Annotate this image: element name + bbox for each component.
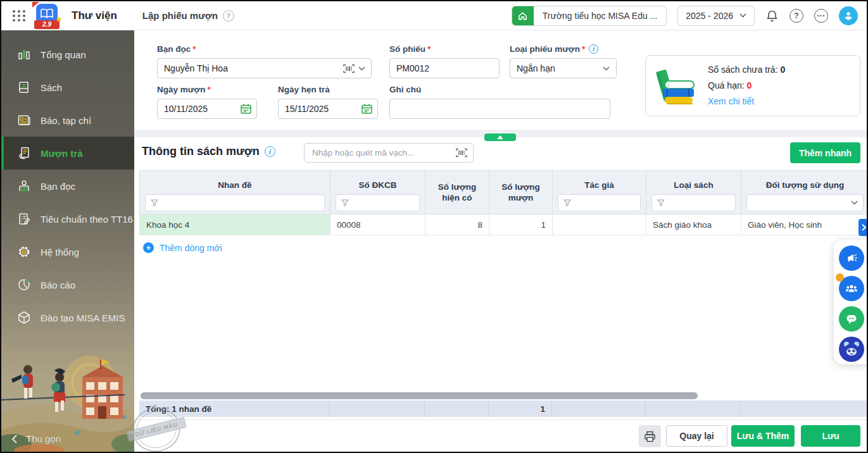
due-date-label: Ngày hẹn trả bbox=[278, 85, 330, 94]
slip-type-select[interactable]: Ngắn hạn bbox=[510, 58, 617, 78]
add-row-button[interactable]: + Thêm dòng mới bbox=[143, 242, 222, 253]
book-stack-icon bbox=[655, 64, 696, 108]
user-avatar[interactable] bbox=[839, 6, 858, 25]
borrow-slip-form: Bạn đọc* Số phiếu* Loại phiếu mượn*i Ngắ… bbox=[134, 30, 867, 130]
info-icon[interactable]: i bbox=[589, 44, 598, 54]
table-row[interactable]: Khoa học 4 00008 8 1 Sách giáo khoa Giáo… bbox=[139, 214, 868, 235]
chevron-down-icon[interactable] bbox=[358, 66, 365, 71]
sidebar-collapse-button[interactable]: Thu gọn bbox=[11, 433, 61, 444]
sidebar-item-label: Đào tạo MISA EMIS bbox=[41, 313, 125, 323]
home-icon[interactable] bbox=[512, 6, 534, 26]
chat-bubble-icon bbox=[845, 313, 858, 325]
cell-code: 00008 bbox=[330, 214, 425, 235]
filter-select-audience[interactable] bbox=[746, 194, 864, 211]
topbar-right: Trường tiểu học MISA Edu ... 2025 - 2026… bbox=[512, 6, 858, 26]
newspaper-icon bbox=[16, 113, 32, 128]
column-header: Số lượng hiện có bbox=[425, 171, 489, 214]
info-icon[interactable]: i bbox=[265, 146, 275, 157]
section-title: Thông tin sách mượn i bbox=[142, 145, 275, 158]
horizontal-scrollbar[interactable] bbox=[139, 392, 867, 399]
report-icon bbox=[16, 277, 32, 292]
scrollbar-thumb[interactable] bbox=[141, 392, 698, 399]
school-name: Trường tiểu học MISA Edu ... bbox=[534, 11, 666, 21]
sidebar-item-tieu-chuan-tt16[interactable]: Tiêu chuẩn theo TT16 bbox=[1, 202, 134, 235]
sidebar-item-bao-cao[interactable]: Báo cáo bbox=[1, 268, 134, 301]
filter-input-category[interactable] bbox=[651, 194, 736, 211]
column-header: Số ĐKCB bbox=[330, 171, 425, 190]
slip-type-label: Loại phiếu mượn*i bbox=[510, 44, 598, 54]
app-window: 2.9 ★ Thư viện Lập phiếu mượn ? Trường t… bbox=[0, 0, 868, 453]
unreturned-summary-card: Số sách chưa trả: 0 Quá hạn: 0 Xem chi t… bbox=[645, 55, 860, 116]
view-detail-link[interactable]: Xem chi tiết bbox=[708, 94, 785, 109]
school-year-dropdown[interactable]: 2025 - 2026 bbox=[677, 6, 755, 26]
funnel-icon bbox=[657, 199, 665, 206]
filter-input-title[interactable] bbox=[145, 194, 325, 211]
quick-add-button[interactable]: Thêm nhanh bbox=[790, 142, 860, 163]
total-label: Tổng: 1 nhan đề bbox=[139, 400, 330, 417]
panda-bot-icon bbox=[842, 340, 861, 358]
total-quantity: 1 bbox=[489, 400, 552, 417]
bell-icon[interactable] bbox=[765, 9, 779, 23]
cell-title[interactable]: Khoa học 4 bbox=[140, 214, 330, 235]
sidebar-item-sach[interactable]: Sách bbox=[1, 71, 134, 104]
sidebar-item-bao-tap-chi[interactable]: Báo, tạp chí bbox=[1, 104, 134, 137]
reader-label: Bạn đọc* bbox=[157, 44, 196, 54]
topbar: 2.9 ★ Thư viện Lập phiếu mượn ? Trường t… bbox=[1, 1, 867, 30]
print-button[interactable] bbox=[639, 425, 661, 447]
funnel-icon bbox=[563, 199, 571, 206]
save-and-add-button[interactable]: Lưu & Thêm bbox=[731, 425, 795, 447]
column-header: Nhan đề bbox=[140, 171, 330, 190]
slip-number-input[interactable] bbox=[389, 58, 500, 78]
bar-chart-icon bbox=[16, 47, 32, 62]
note-input[interactable] bbox=[389, 99, 610, 119]
chevron-right-icon bbox=[862, 224, 866, 231]
slip-number-label: Số phiếu* bbox=[389, 44, 431, 54]
row-scroll-right-button[interactable] bbox=[859, 219, 868, 236]
gear-icon bbox=[16, 244, 32, 259]
cell-quantity[interactable]: 1 bbox=[489, 214, 553, 235]
app-launcher-icon[interactable] bbox=[13, 10, 26, 22]
sidebar-item-label: Bạn đọc bbox=[41, 181, 75, 192]
barcode-search-input[interactable] bbox=[304, 143, 474, 163]
main-content: Bạn đọc* Số phiếu* Loại phiếu mượn*i Ngắ… bbox=[134, 30, 867, 452]
sidebar-item-tong-quan[interactable]: Tổng quan bbox=[1, 38, 134, 71]
filter-input-author[interactable] bbox=[558, 194, 641, 211]
megaphone-icon bbox=[845, 252, 858, 264]
sidebar-item-label: Báo, tạp chí bbox=[41, 115, 91, 126]
save-button[interactable]: Lưu bbox=[801, 425, 860, 447]
sidebar-item-dao-tao[interactable]: Đào tạo MISA EMIS bbox=[1, 301, 134, 334]
sidebar-item-muon-tra[interactable]: Mượn trả bbox=[1, 137, 134, 170]
funnel-icon bbox=[151, 199, 158, 206]
reader-input[interactable] bbox=[157, 58, 372, 78]
reader-icon bbox=[16, 178, 32, 194]
collapse-label: Thu gọn bbox=[26, 433, 61, 444]
cell-author bbox=[553, 214, 646, 235]
column-header: Đối tượng sử dụng bbox=[741, 171, 868, 190]
app-logo: 2.9 ★ bbox=[32, 3, 61, 29]
column-header: Số lượng mượn bbox=[489, 171, 552, 214]
page-help-icon[interactable]: ? bbox=[223, 10, 234, 22]
filter-input-code[interactable] bbox=[336, 194, 420, 211]
back-button[interactable]: Quay lại bbox=[666, 425, 727, 447]
sidebar-item-label: Báo cáo bbox=[41, 280, 75, 290]
sidebar-item-he-thong[interactable]: Hệ thống bbox=[1, 235, 134, 268]
calendar-icon[interactable] bbox=[361, 103, 373, 115]
more-options-icon[interactable]: ⋯ bbox=[814, 9, 828, 23]
borrowed-books-table: Nhan đề Số ĐKCB Số lượng hiện có Số lượn… bbox=[139, 170, 868, 235]
chat-support-button[interactable] bbox=[839, 306, 864, 332]
assistant-panel bbox=[834, 240, 868, 364]
note-label: Ghi chú bbox=[389, 85, 421, 94]
form-collapse-toggle[interactable] bbox=[484, 133, 516, 141]
sidebar-item-label: Hệ thống bbox=[41, 247, 79, 258]
help-icon[interactable]: ? bbox=[789, 9, 803, 23]
column-header: Loại sách bbox=[646, 171, 741, 190]
calendar-icon[interactable] bbox=[240, 103, 252, 115]
borrow-return-icon bbox=[16, 146, 32, 161]
school-selector[interactable]: Trường tiểu học MISA Edu ... bbox=[512, 6, 667, 26]
sidebar-item-ban-doc[interactable]: Bạn đọc bbox=[1, 170, 134, 202]
sidebar-item-label: Tiêu chuẩn theo TT16 bbox=[41, 214, 133, 225]
printer-icon bbox=[644, 431, 656, 442]
announcements-button[interactable] bbox=[839, 245, 864, 271]
action-bar: Quay lại Lưu & Thêm Lưu bbox=[134, 419, 867, 452]
misa-bot-button[interactable] bbox=[839, 337, 864, 362]
